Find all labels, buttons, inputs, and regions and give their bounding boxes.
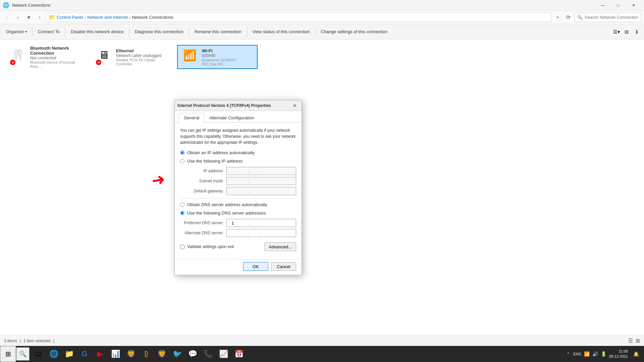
- up-button[interactable]: ↑: [35, 13, 44, 22]
- status-bar-right: ☰ ⊞: [628, 338, 640, 344]
- notification-button[interactable]: 🔔: [631, 349, 641, 359]
- use-following-dns-radio[interactable]: [180, 211, 184, 215]
- details-pane-button[interactable]: ⊟: [622, 27, 631, 37]
- tab-general[interactable]: General: [179, 113, 204, 123]
- dns-radio-group: Obtain DNS server address automatically …: [180, 202, 296, 216]
- network-item-wifi[interactable]: 📶 Wi-Fi 620440 Qualcomm QCA9377 802.11ac…: [177, 45, 258, 69]
- organize-button[interactable]: Organize ▾: [3, 25, 30, 38]
- taskbar-spreadsheet[interactable]: 📊: [108, 347, 123, 361]
- taskbar-chrome[interactable]: 🌐: [46, 347, 61, 361]
- ethernet-icon-wrap: 🖥 ✕: [96, 49, 112, 65]
- disable-network-button[interactable]: Disable this network device: [67, 25, 127, 38]
- use-following-ip-label[interactable]: Use the following IP address:: [180, 159, 296, 164]
- diagnose-button[interactable]: Diagnose this connection: [131, 25, 187, 38]
- search-input[interactable]: [585, 15, 638, 20]
- default-gateway-label: Default gateway:: [180, 189, 224, 193]
- tray-clock[interactable]: 21:00 28-12-2021: [609, 349, 628, 359]
- alt-dns-seg2[interactable]: [239, 231, 248, 236]
- dialog-close-button[interactable]: ✕: [291, 102, 299, 110]
- obtain-dns-auto-label[interactable]: Obtain DNS server address automatically: [180, 202, 296, 207]
- dialog-tabs: General Alternate Configuration: [175, 111, 302, 123]
- obtain-dns-auto-radio[interactable]: [180, 202, 184, 207]
- ip-seg2: [239, 169, 248, 174]
- preferred-dns-seg2[interactable]: [239, 221, 248, 226]
- ok-button[interactable]: OK: [243, 262, 268, 271]
- forward-button[interactable]: ›: [13, 13, 23, 22]
- taskbar-google-drive[interactable]: G: [77, 347, 92, 361]
- bluetooth-info: Bluetooth Network Connection Not connect…: [30, 46, 81, 68]
- preferred-dns-seg4[interactable]: [260, 221, 269, 226]
- taskbar-search-button[interactable]: 🔍: [16, 347, 30, 361]
- use-following-dns-label[interactable]: Use the following DNS server addresses:: [180, 210, 296, 216]
- rename-button[interactable]: Rename this connection: [191, 25, 245, 38]
- recent-locations-button[interactable]: ▼: [24, 13, 34, 22]
- dialog-title: Internet Protocol Version 4 (TCP/IPv4) P…: [177, 103, 271, 108]
- taskbar-messenger[interactable]: 💬: [185, 347, 200, 361]
- view-details-btn[interactable]: ☰: [628, 338, 633, 344]
- view-large-btn[interactable]: ⊞: [636, 338, 640, 344]
- alt-dns-seg1[interactable]: [228, 231, 237, 236]
- taskbar-files[interactable]: 📁: [62, 347, 76, 361]
- use-following-ip-radio[interactable]: [180, 159, 184, 163]
- start-button[interactable]: ⊞: [0, 346, 16, 362]
- address-path[interactable]: 📁 Control Panel › Network and Internet ›…: [46, 13, 551, 22]
- view-status-button[interactable]: View status of this connection: [249, 25, 313, 38]
- gateway-seg4: [260, 189, 269, 194]
- network-item-ethernet[interactable]: 🖥 ✕ Ethernet Network cable unplugged Rea…: [91, 45, 172, 69]
- diagnose-label: Diagnose this connection: [135, 29, 183, 34]
- ethernet-info: Ethernet Network cable unplugged Realtek…: [116, 48, 167, 66]
- obtain-ip-auto-label[interactable]: Obtain an IP address automatically: [180, 150, 296, 155]
- taskbar-calendar[interactable]: 📅: [231, 347, 246, 361]
- tray-wifi[interactable]: 📶: [584, 351, 590, 357]
- search-box[interactable]: 🔍: [574, 13, 641, 22]
- tab-alternate-config[interactable]: Alternate Configuration: [204, 113, 259, 122]
- wifi-icon-wrap: 📶: [182, 49, 198, 65]
- maximize-button[interactable]: □: [610, 0, 626, 11]
- tray-volume[interactable]: 🔊: [592, 351, 598, 357]
- advanced-button[interactable]: Advanced...: [264, 242, 296, 251]
- taskbar-file-explorer[interactable]: 🗂: [31, 347, 46, 361]
- title-bar: 🌐 Network Connections — □ ✕: [0, 0, 644, 11]
- validate-checkbox[interactable]: [180, 245, 184, 249]
- network-items-container: 🦷 ✕ Bluetooth Network Connection Not con…: [0, 40, 644, 74]
- taskbar-twitter[interactable]: 🐦: [170, 347, 184, 361]
- taskbar-brave-search[interactable]: 🦁: [154, 347, 169, 361]
- network-item-bluetooth[interactable]: 🦷 ✕ Bluetooth Network Connection Not con…: [5, 45, 86, 69]
- taskbar-bitcoin[interactable]: ₿: [139, 347, 154, 361]
- preferred-dns-field[interactable]: . . .: [226, 219, 296, 227]
- subnet-seg4: [260, 179, 269, 184]
- path-control-panel[interactable]: Control Panel: [57, 15, 83, 20]
- preferred-dns-seg3[interactable]: [249, 221, 259, 226]
- title-bar-left: 🌐 Network Connections: [3, 2, 50, 8]
- organize-dropdown-icon: ▾: [25, 30, 27, 34]
- taskbar-youtube[interactable]: ▶: [93, 347, 107, 361]
- back-button[interactable]: ‹: [3, 13, 12, 22]
- path-dropdown-button[interactable]: ▾: [553, 13, 562, 22]
- alt-dns-seg4[interactable]: [260, 231, 269, 236]
- change-settings-button[interactable]: Change settings of this connection: [318, 25, 391, 38]
- connect-to-button[interactable]: Connect To: [35, 25, 63, 38]
- system-tray-chevron[interactable]: ^: [566, 352, 571, 356]
- preferred-dns-seg1[interactable]: [228, 221, 237, 226]
- preview-pane-button[interactable]: ℹ: [632, 27, 641, 37]
- tray-date: 28-12-2021: [609, 354, 628, 359]
- obtain-ip-auto-radio[interactable]: [180, 150, 184, 155]
- subnet-mask-field: . . .: [226, 177, 296, 185]
- taskbar-brave[interactable]: 🦁: [123, 347, 138, 361]
- wifi-status: 620440: [202, 53, 253, 58]
- alt-dns-seg3[interactable]: [249, 231, 259, 236]
- toolbar-right: ☰▾ ⊟ ℹ: [612, 27, 641, 37]
- path-network-internet[interactable]: Network and Internet: [87, 15, 128, 20]
- tray-lang[interactable]: ENG: [573, 352, 581, 356]
- minimize-button[interactable]: —: [595, 0, 610, 11]
- taskbar-whatsapp[interactable]: 📞: [201, 347, 215, 361]
- search-icon: 🔍: [577, 15, 583, 20]
- close-button[interactable]: ✕: [626, 0, 641, 11]
- cancel-button[interactable]: Cancel: [271, 262, 296, 271]
- refresh-button[interactable]: ⟳: [564, 13, 573, 22]
- view-options-button[interactable]: ☰▾: [612, 27, 621, 37]
- taskbar-markets[interactable]: 📈: [216, 347, 231, 361]
- alternate-dns-field[interactable]: . . .: [226, 229, 296, 237]
- tray-battery[interactable]: 🔋: [601, 351, 606, 357]
- rename-label: Rename this connection: [195, 29, 241, 34]
